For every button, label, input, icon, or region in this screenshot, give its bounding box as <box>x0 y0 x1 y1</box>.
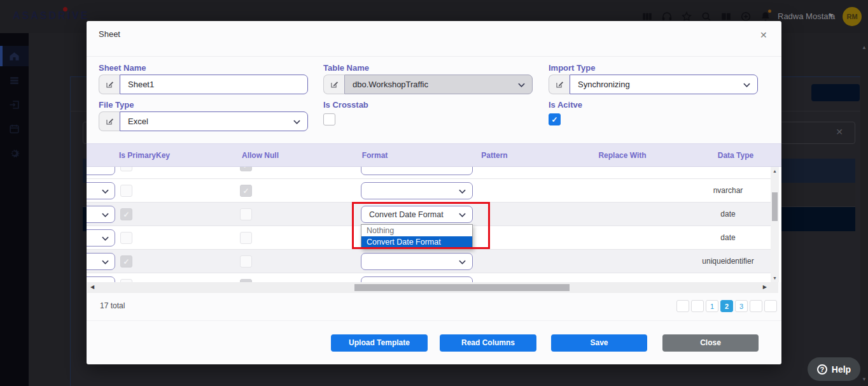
read-columns-button[interactable]: Read Columns <box>440 334 536 352</box>
is-primarykey-checkbox[interactable]: ✓ <box>120 232 132 244</box>
page-button-3[interactable]: 3 <box>735 300 748 312</box>
page-button-2[interactable]: 2 <box>720 300 733 312</box>
format-select[interactable] <box>361 167 473 175</box>
page-nav-button[interactable] <box>764 300 777 312</box>
page-nav-button[interactable] <box>676 300 689 312</box>
format-select[interactable] <box>361 253 473 270</box>
table-name-label: Table Name <box>323 63 369 73</box>
column-select-partial[interactable] <box>87 253 115 270</box>
table-row-partial: ✓ <box>87 273 771 282</box>
allow-null-checkbox[interactable]: ✓ <box>240 232 252 244</box>
scroll-down-icon[interactable]: ▼ <box>771 276 779 280</box>
page-scrollbar[interactable]: ▲ ▼ <box>860 33 868 386</box>
scroll-right-icon[interactable]: ▶ <box>763 284 767 290</box>
chevron-down-icon[interactable]: ▾ <box>829 11 833 20</box>
table-row: ✓ ✓ uniqueidentifier <box>87 250 771 273</box>
close-icon[interactable]: ✕ <box>760 30 767 40</box>
data-type-value: date <box>677 210 779 218</box>
header-replace-with: Replace With <box>598 151 646 160</box>
allow-null-checkbox[interactable]: ✓ <box>240 167 252 171</box>
help-label: Help <box>832 364 851 375</box>
divider <box>87 56 781 57</box>
allow-null-checkbox[interactable]: ✓ <box>240 255 252 268</box>
user-name[interactable]: Radwa Mostafa <box>778 11 835 21</box>
grid-horizontal-scrollbar[interactable]: ◀ ▶ <box>87 282 778 293</box>
background-primary-button <box>811 84 860 101</box>
sidebar-item-settings[interactable] <box>0 143 29 163</box>
table-name-value: dbo.WorkshopTraffic <box>353 80 428 89</box>
question-icon: ? <box>817 364 827 375</box>
horizontal-scroll-thumb[interactable] <box>354 284 570 291</box>
is-primarykey-checkbox[interactable]: ✓ <box>120 255 132 268</box>
import-type-select[interactable]: Synchronizing <box>570 75 758 94</box>
sheet-name-input[interactable]: Sheet1 <box>120 75 308 94</box>
header-pattern: Pattern <box>481 151 507 160</box>
column-select-partial[interactable] <box>87 182 115 199</box>
header-is-primarykey: Is PrimaryKey <box>119 151 170 160</box>
is-active-label: Is Acitve <box>549 100 582 110</box>
allow-null-checkbox[interactable]: ✓ <box>240 208 252 220</box>
app-logo[interactable]: ASASDRIVE <box>13 10 89 22</box>
calendar-icon <box>8 123 20 135</box>
table-name-select[interactable]: dbo.WorkshopTraffic <box>344 75 533 94</box>
header-data-type: Data Type <box>718 151 753 160</box>
modal-title: Sheet <box>99 29 120 39</box>
column-select-partial[interactable] <box>87 206 115 223</box>
is-primarykey-checkbox[interactable] <box>120 167 132 171</box>
is-crosstab-label: Is Crosstab <box>323 100 368 110</box>
sidebar-item-import[interactable] <box>0 94 29 115</box>
format-select[interactable] <box>361 182 473 199</box>
file-type-select[interactable]: Excel <box>120 111 308 131</box>
edit-icon <box>323 75 344 94</box>
modules-icon <box>8 75 20 87</box>
save-button[interactable]: Save <box>551 334 647 352</box>
table-row: ✓ ✓ nvarchar <box>87 179 771 203</box>
column-select-partial[interactable] <box>87 167 115 175</box>
avatar[interactable]: RM <box>843 7 862 26</box>
close-button[interactable]: Close <box>662 334 759 352</box>
edit-icon <box>99 111 120 131</box>
page-nav-button[interactable] <box>691 300 704 312</box>
scroll-up-icon[interactable]: ▲ <box>771 169 779 173</box>
scroll-up-icon[interactable]: ▲ <box>862 45 867 50</box>
allow-null-checkbox[interactable]: ✓ <box>240 185 252 197</box>
scroll-left-icon[interactable]: ◀ <box>90 284 94 290</box>
red-annotation-box <box>352 202 490 249</box>
edit-icon <box>549 75 570 94</box>
sheet-modal: Sheet ✕ Sheet Name Table Name Import Typ… <box>87 21 781 364</box>
help-button[interactable]: ? Help <box>808 357 860 381</box>
import-type-value: Synchronizing <box>578 80 630 89</box>
is-primarykey-checkbox[interactable]: ✓ <box>120 208 132 220</box>
file-type-value: Excel <box>128 117 148 126</box>
grid-vertical-scrollbar[interactable]: ▲ ▼ <box>771 167 779 282</box>
is-primarykey-checkbox[interactable]: ✓ <box>120 185 132 197</box>
file-type-label: File Type <box>99 100 134 110</box>
import-type-group: Synchronizing <box>549 75 758 94</box>
page-nav-button[interactable] <box>750 300 762 312</box>
clear-search-icon: ✕ <box>836 127 843 137</box>
screen: ASASDRIVE <box>0 0 868 386</box>
page-button-1[interactable]: 1 <box>706 300 718 312</box>
is-crosstab-checkbox[interactable]: ✓ <box>323 113 335 125</box>
table-row-partial: ✓ <box>87 167 771 179</box>
total-count: 17 total <box>100 301 125 310</box>
format-select[interactable] <box>361 276 473 282</box>
notification-badge <box>768 10 771 13</box>
vertical-scroll-thumb[interactable] <box>772 192 778 221</box>
sidebar-item-calendar[interactable] <box>0 118 29 139</box>
is-active-checkbox[interactable]: ✓ <box>549 113 561 125</box>
column-select-partial[interactable] <box>87 276 115 282</box>
sheet-name-label: Sheet Name <box>99 63 146 73</box>
scroll-down-icon[interactable]: ▼ <box>862 376 867 382</box>
columns-grid-header: Is PrimaryKey Allow Null Format Pattern … <box>87 143 781 167</box>
app-logo-text: ASASDRIVE <box>13 10 89 21</box>
sidebar-item-home[interactable] <box>0 46 29 66</box>
table-name-group: dbo.WorkshopTraffic <box>323 75 533 94</box>
header-allow-null: Allow Null <box>242 151 279 160</box>
column-select-partial[interactable] <box>87 229 115 247</box>
pagination: 123 <box>676 300 777 312</box>
upload-template-button[interactable]: Upload Template <box>331 334 428 352</box>
logo-dot-icon <box>63 7 67 11</box>
sidebar-item-modules[interactable] <box>0 70 29 90</box>
settings-icon <box>8 147 20 159</box>
